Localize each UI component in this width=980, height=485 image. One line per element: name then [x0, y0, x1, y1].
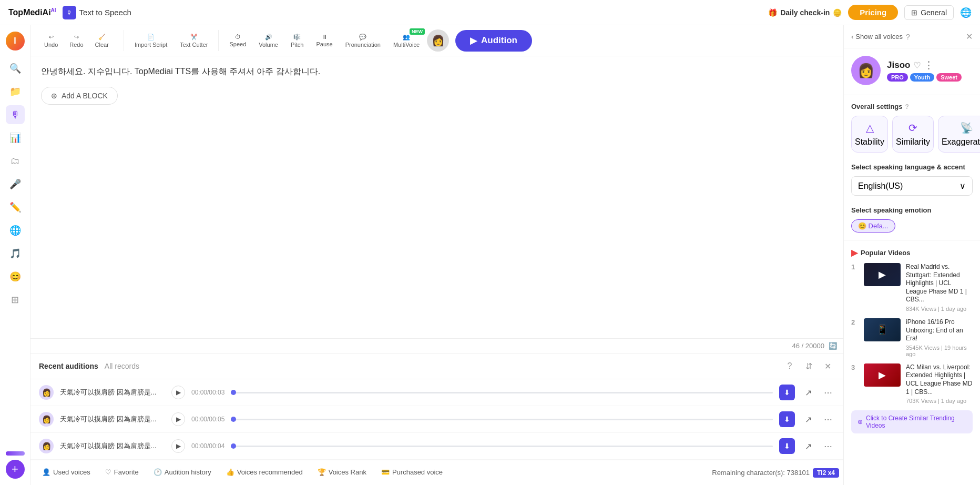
right-panel: ‹ Show all voices ? ✕ 👩 Jisoo ♡ ⋮ PRO Yo… — [843, 25, 980, 485]
ra-scroll: 👩 天氣冷可以摸肩膀 因為肩膀是... ▶ 00:00/00:03 ⬇ ↗ ⋯ … — [30, 379, 843, 460]
user-avatar[interactable]: I — [6, 32, 25, 50]
popular-videos-label: Popular Videos — [861, 249, 910, 257]
ra-more-button[interactable]: ⋯ — [821, 439, 835, 453]
tts-label-text: Text to Speech — [79, 8, 131, 17]
recommended-label: Voices recommended — [237, 468, 303, 476]
pv-thumbnail[interactable]: ▶ — [864, 263, 901, 286]
voice-avatar[interactable]: 👩 — [427, 29, 449, 52]
add-block-button[interactable]: ⊕ Add A BLOCK — [41, 87, 118, 105]
pause-button[interactable]: ⏸ Pause — [311, 32, 338, 49]
logo[interactable]: TopMediAiAI — [8, 7, 56, 17]
create-similar-label: Click to Create Similar Trending Videos — [866, 415, 966, 429]
daily-checkin-btn[interactable]: 🎁 Daily check-in 🪙 — [768, 8, 842, 17]
text-cutter-label: Text Cutter — [180, 42, 208, 48]
ra-download-button[interactable]: ⬇ — [779, 385, 795, 400]
ra-share-button[interactable]: ↗ — [801, 386, 815, 399]
pitch-button[interactable]: 🎼 Pitch — [285, 32, 309, 50]
ra-close-btn[interactable]: ✕ — [820, 359, 835, 373]
ra-help-btn[interactable]: ? — [782, 359, 797, 373]
sidebar-icon-tts[interactable]: 🎙 — [6, 105, 25, 124]
list-item: 3 ▶ AC Milan vs. Liverpool: Extended Hig… — [851, 363, 973, 404]
clear-button[interactable]: 🧹 Clear — [90, 32, 114, 50]
pronunciation-button[interactable]: 💬 Pronunciation — [340, 32, 386, 50]
all-records-tab[interactable]: All records — [105, 360, 139, 372]
voices-recommended-tab[interactable]: 👍 Voices recommended — [219, 460, 310, 485]
create-similar-button[interactable]: ⊕ Click to Create Similar Trending Video… — [851, 410, 973, 433]
stability-setting[interactable]: △ Stability — [851, 116, 888, 153]
pronunciation-label: Pronunciation — [345, 42, 381, 48]
redo-icon: ↪ — [74, 34, 79, 41]
sidebar-icon-mic[interactable]: 🎤 — [6, 175, 25, 194]
ra-download-button[interactable]: ⬇ — [779, 411, 795, 427]
ra-voice-icon: 👩 — [39, 412, 54, 427]
recent-auditions-tab[interactable]: Recent auditions — [39, 360, 98, 372]
ra-more-button[interactable]: ⋯ — [821, 412, 835, 426]
grid-icon: ⊞ — [911, 8, 917, 17]
pricing-button[interactable]: Pricing — [848, 5, 898, 20]
sidebar-icon-folder[interactable]: 📁 — [6, 82, 25, 101]
ra-header: Recent auditions All records ? ⇵ ✕ — [30, 353, 843, 379]
audition-history-tab[interactable]: 🕐 Audition history — [146, 460, 219, 485]
audition-button[interactable]: ▶ Audition — [455, 30, 532, 52]
sidebar-add-button[interactable]: + — [6, 460, 25, 479]
sidebar-icon-layers[interactable]: 🗂 — [6, 151, 25, 170]
pv-title-text: Real Madrid vs. Stuttgart: Extended High… — [906, 263, 973, 304]
speed-icon: ⏱ — [235, 34, 241, 40]
used-voices-icon: 👤 — [42, 468, 50, 476]
sidebar-icon-chart[interactable]: 📊 — [6, 128, 25, 147]
rp-voice-avatar[interactable]: 👩 — [851, 56, 881, 85]
add-block-label: Add A BLOCK — [62, 92, 108, 100]
rp-close-btn[interactable]: ✕ — [966, 32, 973, 42]
char-count-bar: 46 / 20000 🔄 — [30, 339, 843, 353]
language-title: Select speaking language & accent — [851, 163, 973, 171]
refresh-icon[interactable]: 🔄 — [829, 342, 837, 350]
general-button[interactable]: ⊞ General — [904, 5, 954, 20]
more-options-icon[interactable]: ⋮ — [924, 59, 933, 71]
sidebar-icon-pen[interactable]: ✏️ — [6, 198, 25, 217]
text-editor[interactable]: 안녕하세요. 지수입니다. TopMediai TTS를 사용해 주셔서 아주 … — [30, 56, 843, 339]
ra-play-button[interactable]: ▶ — [171, 439, 185, 453]
ra-share-button[interactable]: ↗ — [801, 439, 815, 453]
ra-progress-dot — [231, 443, 236, 449]
undo-button[interactable]: ↩ Undo — [39, 32, 63, 50]
emotion-chip[interactable]: 😊 Defa... — [851, 219, 895, 233]
text-cutter-icon: ✂️ — [190, 34, 198, 41]
purchased-voice-tab[interactable]: 💳 Purchased voice — [374, 460, 450, 485]
used-voices-tab[interactable]: 👤 Used voices — [35, 460, 98, 485]
text-cutter-button[interactable]: ✂️ Text Cutter — [175, 32, 213, 50]
ra-share-button[interactable]: ↗ — [801, 412, 815, 426]
globe-icon[interactable]: 🌐 — [960, 7, 972, 18]
ra-play-button[interactable]: ▶ — [171, 412, 185, 426]
show-all-voices-btn[interactable]: ‹ Show all voices — [851, 33, 903, 41]
ra-item-time: 00:00/00:05 — [191, 416, 224, 423]
similarity-setting[interactable]: ⟳ Similarity — [892, 116, 934, 153]
sidebar-icon-music[interactable]: 🎵 — [6, 244, 25, 263]
pv-thumbnail[interactable]: 📱 — [864, 318, 901, 341]
pv-num: 1 — [851, 263, 859, 271]
ra-expand-btn[interactable]: ⇵ — [801, 359, 816, 373]
ra-download-button[interactable]: ⬇ — [779, 438, 795, 454]
language-select[interactable]: English(US) ∨ — [851, 176, 973, 196]
pv-title-text: AC Milan vs. Liverpool: Extended Highlig… — [906, 363, 973, 396]
volume-button[interactable]: 🔊 Volume — [253, 32, 283, 50]
volume-label: Volume — [259, 42, 278, 48]
sidebar-icon-grid[interactable]: ⊞ — [6, 290, 25, 309]
sidebar-icon-globe[interactable]: 🌐 — [6, 221, 25, 240]
speed-button[interactable]: ⏱ Speed — [224, 32, 251, 49]
sidebar-icon-search[interactable]: 🔍 — [6, 59, 25, 78]
redo-button[interactable]: ↪ Redo — [64, 32, 88, 50]
exaggeration-setting[interactable]: 📡 Exaggeration — [938, 116, 980, 153]
ra-play-button[interactable]: ▶ — [171, 386, 185, 399]
voices-rank-tab[interactable]: 🏆 Voices Rank — [310, 460, 374, 485]
rp-question-icon[interactable]: ? — [906, 33, 910, 41]
heart-icon[interactable]: ♡ — [913, 60, 921, 70]
import-script-button[interactable]: 📄 Import Script — [129, 32, 172, 50]
ra-progress-bar — [231, 446, 773, 447]
pro-badge: PRO — [887, 73, 908, 82]
settings-help-icon[interactable]: ? — [905, 103, 909, 110]
favorite-tab[interactable]: ♡ Favorite — [98, 460, 146, 485]
ra-more-button[interactable]: ⋯ — [821, 386, 835, 399]
sidebar-icon-face[interactable]: 😊 — [6, 267, 25, 286]
pronunciation-icon: 💬 — [359, 34, 366, 41]
pv-thumbnail[interactable]: ▶ — [864, 363, 901, 387]
